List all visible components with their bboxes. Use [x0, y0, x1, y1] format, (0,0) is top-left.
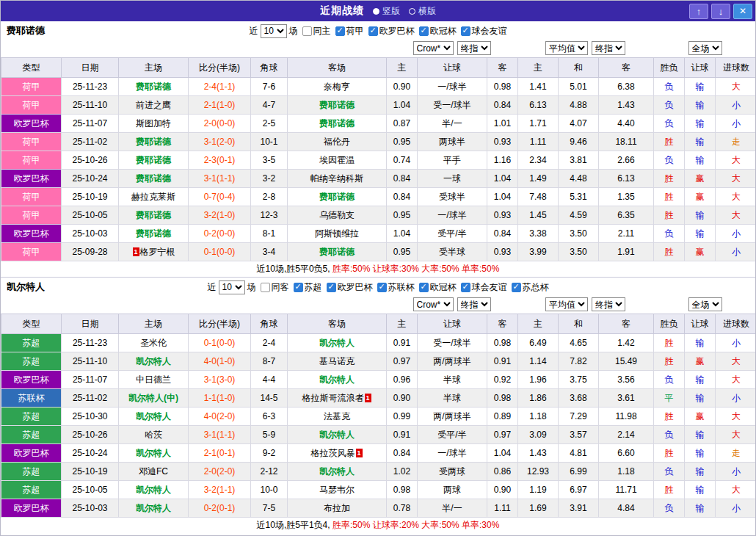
filter-checkbox[interactable]: 苏联杯 [377, 281, 415, 294]
avg-away-odds: 1.35 [599, 188, 654, 206]
league-badge: 荷甲 [1, 151, 62, 170]
match-count-select[interactable]: 10 [261, 24, 287, 38]
result-handicap: 输 [685, 78, 716, 96]
filter-checkbox[interactable]: 荷甲 [335, 25, 364, 37]
home-team: 前进之鹰 [119, 96, 189, 115]
odds-company-select[interactable]: Crow* [413, 297, 454, 311]
handicap-home-odds: 0.90 [387, 389, 418, 408]
checked-checkbox-icon[interactable] [419, 26, 429, 36]
home-team-name: 斯图加特 [136, 118, 171, 128]
filter-checkbox[interactable]: 苏超 [294, 281, 322, 294]
close-button[interactable]: ✕ [733, 4, 752, 19]
avg-home-odds: 12.93 [518, 463, 559, 481]
home-team-name: 哈茨 [145, 430, 162, 440]
match-row: 荷甲25-09-281格罗宁根0-1(0-0)3-4费耶诺德0.95受半球0.9… [1, 243, 756, 261]
average-time-select[interactable]: 终指 [592, 297, 625, 311]
score: 2-4(1-1) [189, 78, 251, 96]
away-team: 费耶诺德 [288, 243, 387, 261]
scope-select[interactable]: 全场 [688, 41, 722, 55]
home-team: 费耶诺德 [119, 78, 189, 96]
column-header: 客场 [288, 58, 387, 78]
avg-away-odds: 11.71 [599, 481, 654, 499]
away-team-name: 法基克 [324, 411, 350, 421]
avg-away-odds: 2.66 [599, 151, 654, 170]
scroll-up-button[interactable]: ↑ [689, 4, 708, 19]
checked-checkbox-icon[interactable] [327, 283, 336, 292]
checked-checkbox-icon[interactable] [377, 283, 387, 292]
handicap-line: 一/球半 [418, 206, 487, 225]
match-date: 25-10-26 [62, 426, 119, 444]
corner-count: 7-5 [251, 499, 288, 518]
checked-checkbox-icon[interactable] [368, 26, 378, 36]
result-win-draw-loss: 负 [654, 225, 685, 243]
titlebar-buttons: ↑ ↓ ✕ [689, 4, 752, 19]
odds-time-select[interactable]: 终指 [457, 297, 491, 311]
score: 2-1(0-1) [189, 444, 251, 463]
handicap-line: 一/球半 [418, 78, 487, 96]
filter-checkbox[interactable]: 同客 [261, 281, 289, 294]
column-header: 和 [559, 314, 599, 334]
filter-checkbox[interactable]: 球会友谊 [461, 25, 507, 37]
odds-company-select[interactable]: Crow* [413, 41, 454, 55]
checked-checkbox-icon[interactable] [335, 26, 345, 36]
checked-checkbox-icon[interactable] [512, 283, 521, 292]
layout-radio-vertical[interactable]: 竖版 [373, 5, 400, 18]
checked-checkbox-icon[interactable] [461, 283, 470, 292]
home-team: 中日德兰 [119, 371, 189, 389]
match-row: 欧罗巴杯25-10-24凯尔特人2-1(0-1)9-2格拉茨风暴10.84一/球… [1, 444, 756, 463]
away-team-name: 费耶诺德 [319, 192, 355, 202]
avg-home-odds: 1.49 [518, 170, 559, 188]
scope-select[interactable]: 全场 [688, 297, 722, 311]
away-team-name: 埃因霍温 [319, 155, 355, 165]
team-name: 凯尔特人 [7, 280, 45, 294]
avg-away-odds: 1.42 [599, 334, 654, 352]
filter-checkbox[interactable]: 苏总杯 [512, 281, 549, 294]
checkbox-label: 球会友谊 [472, 25, 507, 37]
away-team-name: 乌德勒支 [319, 210, 355, 220]
handicap-line: 受平/半 [418, 225, 487, 243]
average-select[interactable]: 平均值 [545, 41, 588, 55]
filter-checkbox[interactable]: 欧罗巴杯 [368, 25, 415, 37]
match-count-select[interactable]: 10 [219, 280, 245, 294]
filter-bar: 近10场同主荷甲欧罗巴杯欧冠杯球会友谊 [1, 24, 755, 38]
odds-time-select[interactable]: 终指 [457, 41, 491, 55]
filter-checkbox[interactable]: 欧冠杯 [419, 25, 457, 37]
handicap-line: 受球半 [418, 188, 487, 206]
unchecked-checkbox-icon[interactable] [261, 283, 270, 292]
avg-draw-odds: 6.97 [559, 481, 599, 499]
checked-checkbox-icon[interactable] [294, 283, 303, 292]
checked-checkbox-icon[interactable] [419, 283, 429, 292]
handicap-line: 平手 [418, 151, 487, 170]
scroll-down-button[interactable]: ↓ [711, 4, 730, 19]
unchecked-checkbox-icon[interactable] [302, 26, 312, 36]
filter-checkbox[interactable]: 同主 [302, 25, 331, 37]
handicap-line: 受半球 [418, 243, 487, 261]
avg-home-odds: 1.45 [518, 206, 559, 225]
layout-radio-horizontal[interactable]: 横版 [409, 5, 436, 18]
handicap-away-odds: 0.98 [487, 334, 518, 352]
match-row: 欧罗巴杯25-10-03凯尔特人0-2(0-1)7-5布拉加0.78半/一1.1… [1, 499, 756, 518]
away-team-name: 福伦丹 [324, 137, 350, 147]
handicap-away-odds: 0.84 [487, 96, 518, 115]
result-goals: 大 [716, 206, 756, 225]
average-select[interactable]: 平均值 [545, 297, 588, 311]
avg-away-odds: 2.14 [599, 426, 654, 444]
average-time-select[interactable]: 终指 [592, 41, 625, 55]
filter-checkbox[interactable]: 球会友谊 [461, 281, 507, 294]
match-date: 25-11-07 [62, 115, 119, 133]
handicap-home-odds: 0.87 [387, 115, 418, 133]
avg-draw-odds: 4.65 [559, 334, 599, 352]
league-badge: 苏超 [1, 481, 62, 499]
filter-checkbox[interactable]: 欧冠杯 [419, 281, 457, 294]
result-handicap: 输 [685, 334, 716, 352]
filter-checkbox[interactable]: 欧罗巴杯 [327, 281, 373, 294]
handicap-line: 一/球半 [418, 444, 487, 463]
home-team-name: 凯尔特人 [136, 448, 171, 458]
avg-home-odds: 1.71 [518, 115, 559, 133]
up-arrow-icon: ↑ [697, 6, 702, 17]
match-date: 25-10-19 [62, 463, 119, 481]
checked-checkbox-icon[interactable] [461, 26, 470, 36]
avg-home-odds: 1.14 [518, 352, 559, 371]
league-badge: 欧罗巴杯 [1, 225, 62, 243]
column-header: 主场 [119, 314, 189, 334]
